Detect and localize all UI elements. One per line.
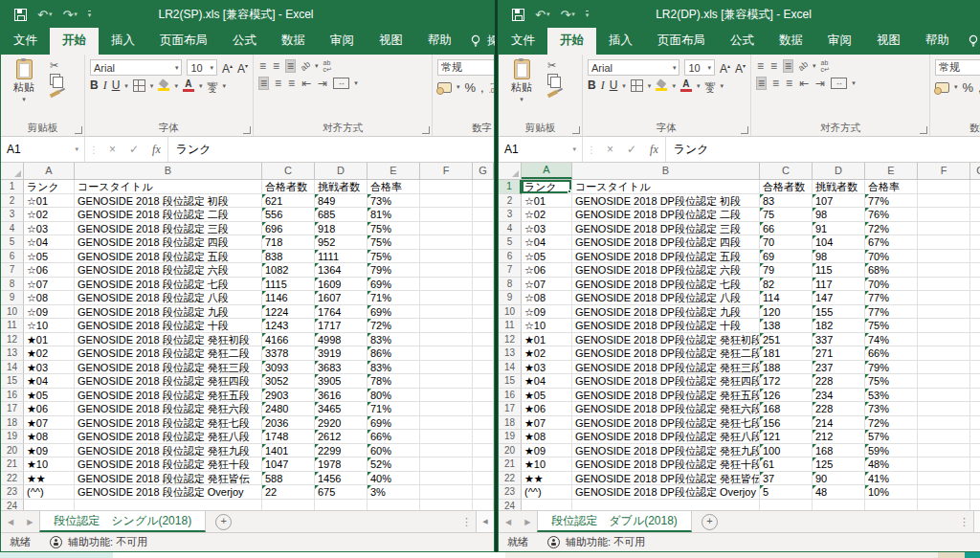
cell-D22[interactable]: 1456 bbox=[315, 472, 368, 486]
save-icon[interactable] bbox=[14, 9, 27, 21]
cell-G16[interactable] bbox=[970, 389, 980, 403]
dialog-launcher-icon[interactable] bbox=[741, 126, 748, 134]
cell-D14[interactable]: 3683 bbox=[315, 361, 368, 375]
cell-D11[interactable]: 182 bbox=[813, 319, 865, 333]
ribbon-tab-home[interactable]: 开始 bbox=[547, 28, 596, 55]
cell-F24[interactable] bbox=[420, 500, 473, 511]
sheet-prev-icon[interactable]: ◀ bbox=[1, 511, 20, 532]
cell-C7[interactable]: 79 bbox=[760, 263, 813, 278]
cell-E22[interactable]: 41% bbox=[865, 472, 918, 486]
select-all-corner[interactable] bbox=[499, 163, 522, 179]
italic-button[interactable]: I bbox=[601, 79, 605, 92]
cell-A3[interactable]: ☆02 bbox=[522, 208, 572, 222]
cell-C6[interactable]: 838 bbox=[262, 250, 315, 264]
cell-E17[interactable]: 73% bbox=[865, 402, 918, 416]
insert-function-icon[interactable]: fx bbox=[643, 137, 665, 162]
cell-G5[interactable] bbox=[473, 235, 494, 250]
cell-A23[interactable]: (^^) bbox=[522, 485, 572, 500]
cell-G19[interactable] bbox=[970, 430, 980, 444]
cell-G20[interactable] bbox=[473, 444, 494, 458]
font-name-select[interactable]: Arial▾ bbox=[90, 59, 182, 76]
cell-C13[interactable]: 181 bbox=[760, 346, 813, 361]
cell-E2[interactable]: 73% bbox=[368, 194, 420, 209]
cell-D16[interactable]: 234 bbox=[813, 389, 865, 403]
cell-A16[interactable]: ★05 bbox=[522, 389, 572, 403]
increase-indent-icon[interactable]: ⇥ bbox=[317, 78, 328, 89]
align-middle-icon[interactable]: ≡ bbox=[272, 60, 280, 72]
cell-E14[interactable]: 79% bbox=[865, 361, 918, 375]
cell-C3[interactable]: 75 bbox=[760, 208, 813, 222]
cell-B18[interactable]: GENOSIDE 2018 段位認定 発狂七段 bbox=[75, 416, 262, 431]
accessibility-icon[interactable] bbox=[547, 536, 560, 548]
cell-B4[interactable]: GENOSIDE 2018 段位認定 三段 bbox=[75, 222, 262, 236]
cell-F11[interactable] bbox=[420, 319, 473, 333]
cell-A7[interactable]: ☆06 bbox=[24, 263, 75, 278]
cell-G15[interactable] bbox=[970, 374, 980, 389]
cell-E9[interactable]: 71% bbox=[368, 291, 420, 305]
cell-F21[interactable] bbox=[918, 458, 970, 472]
cell-F21[interactable] bbox=[420, 458, 473, 472]
cell-B10[interactable]: GENOSIDE 2018 DP段位認定 九段 bbox=[572, 305, 760, 320]
orientation-icon[interactable]: ab bbox=[796, 59, 810, 73]
cell-E23[interactable]: 10% bbox=[865, 485, 918, 500]
fill-color-icon[interactable] bbox=[158, 80, 169, 91]
customize-qat-icon[interactable]: ▾ bbox=[586, 11, 590, 19]
cell-G4[interactable] bbox=[473, 222, 494, 236]
cell-E23[interactable]: 3% bbox=[368, 485, 420, 500]
align-top-icon[interactable]: ≡ bbox=[756, 60, 765, 72]
cell-G4[interactable] bbox=[970, 222, 980, 236]
row-number-19[interactable]: 19 bbox=[1, 430, 24, 444]
number-format-select[interactable]: 常规▾ bbox=[437, 59, 494, 76]
cell-D16[interactable]: 3616 bbox=[315, 389, 368, 403]
cell-B23[interactable]: GENOSIDE 2018 段位認定 Overjoy bbox=[75, 485, 262, 500]
cell-C3[interactable]: 556 bbox=[262, 208, 315, 222]
paste-button[interactable]: 粘贴 ▾ bbox=[6, 59, 42, 121]
cell-A18[interactable]: ★07 bbox=[522, 416, 572, 431]
cell-G8[interactable] bbox=[473, 278, 494, 292]
cell-C20[interactable]: 1401 bbox=[262, 444, 315, 458]
number-format-select[interactable]: 常规▾ bbox=[935, 59, 980, 76]
cell-B22[interactable]: GENOSIDE 2018 段位認定 発狂皆伝 bbox=[75, 472, 262, 486]
cell-B17[interactable]: GENOSIDE 2018 段位認定 発狂六段 bbox=[75, 402, 262, 416]
cell-E2[interactable]: 77% bbox=[865, 194, 918, 209]
cell-E18[interactable]: 72% bbox=[865, 416, 918, 431]
cell-G1[interactable] bbox=[473, 180, 494, 194]
format-painter-icon[interactable] bbox=[50, 90, 61, 99]
cell-D9[interactable]: 147 bbox=[813, 291, 865, 305]
align-top-icon[interactable]: ≡ bbox=[258, 60, 267, 72]
cell-F13[interactable] bbox=[918, 346, 970, 361]
customize-qat-icon[interactable]: ▾ bbox=[88, 11, 92, 19]
cell-F19[interactable] bbox=[918, 430, 970, 444]
cell-G2[interactable] bbox=[473, 194, 494, 209]
cell-G1[interactable] bbox=[970, 180, 980, 194]
cell-D23[interactable]: 48 bbox=[813, 485, 865, 500]
cell-C20[interactable]: 100 bbox=[760, 444, 813, 458]
cell-D10[interactable]: 1764 bbox=[315, 305, 368, 320]
cell-C15[interactable]: 172 bbox=[760, 374, 813, 389]
cell-F18[interactable] bbox=[420, 416, 473, 431]
cell-F8[interactable] bbox=[918, 278, 970, 292]
cell-D15[interactable]: 3905 bbox=[315, 374, 368, 389]
row-number-17[interactable]: 17 bbox=[499, 402, 522, 416]
cell-B20[interactable]: GENOSIDE 2018 DP段位認定 発狂九段 bbox=[572, 444, 760, 458]
cell-F11[interactable] bbox=[918, 319, 970, 333]
cell-G21[interactable] bbox=[473, 458, 494, 472]
cell-E13[interactable]: 66% bbox=[865, 346, 918, 361]
cell-A17[interactable]: ★06 bbox=[24, 402, 75, 416]
row-number-11[interactable]: 11 bbox=[1, 319, 24, 333]
cell-A22[interactable]: ★★ bbox=[24, 472, 75, 486]
row-number-24[interactable]: 24 bbox=[499, 500, 522, 511]
cell-D9[interactable]: 1607 bbox=[315, 291, 368, 305]
ribbon-tab-file[interactable]: 文件 bbox=[1, 28, 50, 55]
cell-A11[interactable]: ☆10 bbox=[24, 319, 75, 333]
decrease-indent-icon[interactable]: ⇤ bbox=[301, 78, 312, 89]
row-number-5[interactable]: 5 bbox=[1, 235, 24, 250]
dialog-launcher-icon[interactable] bbox=[243, 126, 251, 134]
row-number-2[interactable]: 2 bbox=[499, 194, 522, 209]
save-icon[interactable] bbox=[512, 9, 524, 21]
hscroll-left-arrow[interactable]: ◀ bbox=[973, 511, 980, 532]
accessibility-icon[interactable] bbox=[50, 536, 62, 548]
row-number-21[interactable]: 21 bbox=[1, 458, 24, 472]
cell-B5[interactable]: GENOSIDE 2018 DP段位認定 四段 bbox=[572, 235, 760, 250]
font-color-icon[interactable]: A bbox=[183, 79, 194, 92]
